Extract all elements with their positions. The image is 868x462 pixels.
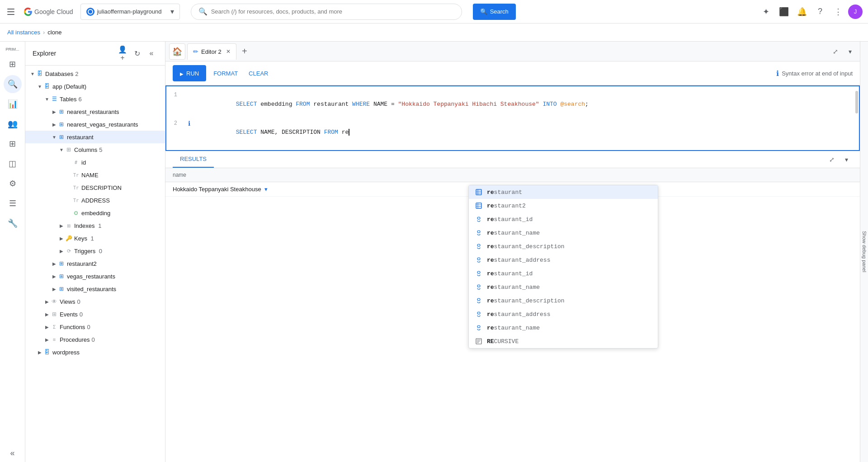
editor-chevron-button[interactable]: ▾ — [844, 45, 856, 58]
ac-col-icon-6 — [474, 283, 483, 292]
project-selector[interactable]: juliaofferman-playground ▾ — [80, 4, 180, 20]
sidebar-icon-settings[interactable]: ⚙ — [4, 174, 22, 193]
terminal-button[interactable]: ⬛ — [776, 4, 792, 20]
hamburger-menu[interactable] — [5, 6, 16, 17]
sidebar-icon-tables[interactable]: ⊞ — [4, 135, 22, 153]
tree-item-procedures[interactable]: ≡ Procedures0 ⋮ — [25, 333, 165, 346]
run-button[interactable]: RUN — [173, 65, 206, 81]
tree-item-visited-restaurants[interactable]: ⊞ visited_restaurants ⋮ — [25, 283, 165, 295]
line-num-1: 1 — [166, 91, 184, 99]
avatar[interactable]: J — [848, 5, 863, 19]
tree-item-vegas-restaurants[interactable]: ⊞ vegas_restaurants ⋮ — [25, 270, 165, 283]
autocomplete-item-restaurant-name-1[interactable]: restaurant_name — [469, 226, 658, 240]
tree-item-databases[interactable]: 🗄 Databases2 ⋮ — [25, 67, 165, 80]
autocomplete-item-restaurant[interactable]: restaurant — [469, 185, 658, 199]
editor-2-tab[interactable]: ✏ Editor 2 ✕ — [187, 43, 236, 60]
sidebar-icon-list[interactable]: ☰ — [4, 194, 22, 212]
functions-label: Functions0 — [60, 324, 152, 330]
sidebar-icon-monitoring[interactable]: 📊 — [4, 95, 22, 113]
tree-item-app[interactable]: 🗄 app (Default) ⋮ — [25, 80, 165, 93]
col-embed-icon: ⊙ — [72, 209, 80, 217]
autocomplete-item-restaurant-addr-1[interactable]: restaurant_address — [469, 253, 658, 267]
tree-item-keys[interactable]: 🔑 Keys 1 ⋮ — [25, 232, 165, 245]
error-icon: ℹ — [776, 69, 779, 78]
format-button[interactable]: FORMAT — [210, 65, 241, 81]
procedures-label: Procedures0 — [60, 336, 152, 343]
expand-cell-button[interactable]: ▾ — [264, 186, 268, 193]
clear-button[interactable]: CLEAR — [245, 65, 272, 81]
app-icon: 🗄 — [43, 83, 51, 90]
editor-tab-close[interactable]: ✕ — [226, 48, 231, 55]
collapse-results-button[interactable]: ▾ — [840, 153, 853, 166]
sidebar-icon-database[interactable]: ◫ — [4, 155, 22, 173]
home-tab[interactable]: 🏠 — [169, 43, 185, 60]
functions-icon: Σ — [51, 323, 58, 330]
events-icon: ⊞ — [51, 311, 58, 318]
svg-rect-4 — [476, 203, 481, 208]
code-editor[interactable]: 1 SELECT embedding FROM restaurant WHERE… — [165, 85, 860, 151]
autocomplete-item-restaurant-name-3[interactable]: restaurant_name — [469, 321, 658, 335]
code-content-1: SELECT embedding FROM restaurant WHERE N… — [193, 91, 859, 118]
sidebar-collapse-btn[interactable]: « — [4, 444, 22, 462]
ac-table-icon-1 — [474, 188, 483, 197]
sidebar-icon-search[interactable]: 🔍 — [4, 75, 22, 93]
tree-item-col-id[interactable]: # id ⋮ — [25, 156, 165, 169]
ac-col-icon-5 — [474, 269, 483, 278]
sidebar-icon-tools[interactable]: 🔧 — [4, 214, 22, 232]
tree-item-indexes[interactable]: ⊞ Indexes 1 ⋮ — [25, 219, 165, 232]
add-tab-button[interactable]: + — [238, 45, 251, 58]
restaurant-label: restaurant — [67, 134, 152, 141]
tree-item-restaurant2[interactable]: ⊞ restaurant2 ⋮ — [25, 257, 165, 270]
autocomplete-item-restaurant2[interactable]: restaurant2 — [469, 199, 658, 212]
search-button[interactable]: 🔍 Search — [473, 4, 516, 20]
star-button[interactable]: ✦ — [758, 4, 774, 20]
global-search-input[interactable] — [211, 8, 454, 15]
wordpress-icon: 🗄 — [43, 349, 51, 356]
tree-item-col-description[interactable]: Tr DESCRIPTION ⋮ — [25, 181, 165, 194]
collapse-panel-button[interactable]: « — [145, 47, 158, 60]
help-button[interactable]: ? — [812, 4, 828, 20]
autocomplete-item-restaurant-addr-2[interactable]: restaurant_address — [469, 307, 658, 321]
tree-item-functions[interactable]: Σ Functions0 ⋮ — [25, 321, 165, 333]
autocomplete-item-recursive[interactable]: RECURSIVE — [469, 335, 658, 348]
vertical-scrollbar[interactable] — [855, 91, 858, 113]
more-options-button[interactable]: ⋮ — [830, 4, 846, 20]
add-person-button[interactable]: 👤+ — [116, 47, 129, 60]
databases-icon: 🗄 — [36, 70, 43, 77]
tree-item-tables[interactable]: ☰ Tables6 ⋮ — [25, 93, 165, 105]
tree-item-triggers[interactable]: ⟳ Triggers 0 ⋮ — [25, 245, 165, 257]
autocomplete-item-restaurant-id-2[interactable]: restaurant_id — [469, 267, 658, 280]
debug-panel-toggle[interactable]: Show debug panel — [860, 42, 868, 462]
notifications-button[interactable]: 🔔 — [794, 4, 810, 20]
tree-item-columns[interactable]: ⊞ Columns5 ⋮ — [25, 143, 165, 156]
col-addr-label: ADDRESS — [81, 197, 152, 204]
results-tab-results[interactable]: RESULTS — [173, 151, 214, 168]
tree-item-restaurant[interactable]: ⊞ restaurant ⋮ — [25, 131, 165, 143]
autocomplete-item-restaurant-desc-2[interactable]: restaurant_description — [469, 294, 658, 307]
fullscreen-results-button[interactable]: ⤢ — [826, 153, 838, 166]
svg-rect-0 — [476, 189, 481, 195]
breadcrumb-all-instances[interactable]: All instances — [7, 29, 40, 36]
sidebar-icon-users[interactable]: 👥 — [4, 115, 22, 133]
ac-recursive-icon — [474, 337, 483, 346]
refresh-button[interactable]: ↻ — [131, 47, 143, 60]
tree-item-wordpress[interactable]: 🗄 wordpress ⋮ — [25, 346, 165, 358]
views-icon: 👁 — [51, 298, 58, 305]
tree-item-nearest-restaurants[interactable]: ⊞ nearest_restaurants ⋮ — [25, 105, 165, 118]
tree-item-col-address[interactable]: Tr ADDRESS ⋮ — [25, 194, 165, 207]
global-search-bar[interactable]: 🔍 — [191, 4, 462, 20]
tree-item-col-name[interactable]: Tr NAME ⋮ — [25, 169, 165, 181]
autocomplete-item-restaurant-desc-1[interactable]: restaurant_description — [469, 240, 658, 253]
autocomplete-item-restaurant-name-2[interactable]: restaurant_name — [469, 280, 658, 294]
sidebar-icon-home[interactable]: ⊞ — [4, 55, 22, 73]
tree-item-events[interactable]: ⊞ Events0 ⋮ — [25, 308, 165, 321]
breadcrumb: All instances › clone — [7, 29, 61, 36]
tree-item-views[interactable]: 👁 Views0 ⋮ — [25, 295, 165, 308]
tree-item-col-embedding[interactable]: ⊙ embedding ⋮ — [25, 207, 165, 219]
autocomplete-item-restaurant-id-1[interactable]: restaurant_id — [469, 212, 658, 226]
events-label: Events0 — [60, 311, 152, 318]
procedures-icon: ≡ — [51, 336, 58, 343]
wordpress-label: wordpress — [52, 349, 152, 356]
expand-editor-button[interactable]: ⤢ — [829, 45, 842, 58]
tree-item-nearest-vegas[interactable]: ⊞ nearest_vegas_restaurants ⋮ — [25, 118, 165, 131]
